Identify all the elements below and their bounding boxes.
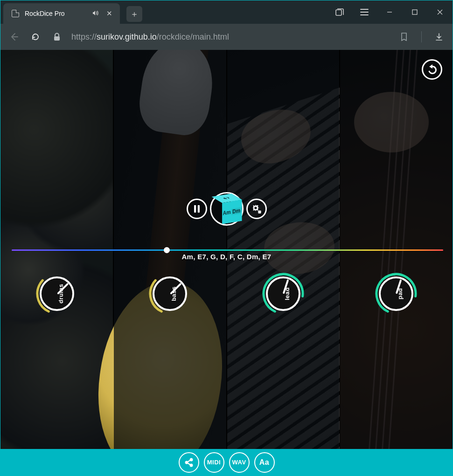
- svg-line-20: [187, 463, 190, 465]
- svg-rect-5: [412, 10, 417, 14]
- collections-icon[interactable]: [327, 0, 352, 24]
- knob-label: drums: [57, 284, 64, 304]
- volume-knob-pad[interactable]: pad: [375, 273, 417, 315]
- url-path: /rockdice/main.html: [157, 32, 229, 41]
- url-text[interactable]: https://surikov.github.io/rockdice/main.…: [71, 32, 390, 42]
- export-wav-button[interactable]: WAV: [229, 452, 250, 473]
- knobs-row: drumsbassleadpad: [0, 273, 453, 315]
- window-close-button[interactable]: [427, 0, 453, 24]
- language-button[interactable]: Aa: [254, 452, 275, 473]
- url-scheme: https://: [71, 32, 97, 41]
- svg-line-19: [187, 460, 190, 462]
- undo-button[interactable]: [422, 59, 442, 80]
- volume-knob-lead[interactable]: lead: [262, 273, 304, 315]
- chord-sequence: Am, E7, G, D, F, C, Dm, E7: [181, 253, 271, 261]
- svg-rect-8: [54, 36, 60, 41]
- separator: [421, 31, 422, 42]
- download-icon[interactable]: [432, 30, 446, 44]
- volume-knob-drums[interactable]: drums: [36, 273, 78, 315]
- export-midi-button[interactable]: MIDI: [204, 452, 224, 473]
- knob-label: pad: [396, 288, 403, 300]
- bookmark-icon[interactable]: [397, 30, 411, 44]
- window-minimize-button[interactable]: [377, 0, 402, 24]
- address-bar: https://surikov.github.io/rockdice/main.…: [0, 24, 453, 50]
- svg-rect-10: [197, 205, 199, 213]
- menu-icon[interactable]: [352, 0, 377, 24]
- svg-rect-9: [194, 205, 195, 213]
- window-titlebar: RockDice Pro ✕ ＋: [0, 0, 453, 24]
- new-tab-button[interactable]: ＋: [126, 6, 142, 22]
- browser-tab[interactable]: RockDice Pro ✕: [3, 3, 120, 24]
- progress-thumb[interactable]: [164, 247, 170, 253]
- pause-button[interactable]: [186, 199, 207, 219]
- footer-toolbar: MIDI WAV Aa: [0, 449, 453, 476]
- volume-knob-bass[interactable]: bass: [149, 273, 191, 315]
- page-content: E7 AmDm Am, E7, G, D, F, C, Dm, E7 drums…: [0, 50, 453, 449]
- tab-close-icon[interactable]: ✕: [105, 9, 114, 18]
- window-maximize-button[interactable]: [402, 0, 427, 24]
- dice-button[interactable]: E7 AmDm: [209, 192, 243, 226]
- dice-icon: E7 AmDm: [216, 197, 236, 221]
- lock-icon[interactable]: [50, 30, 64, 44]
- settings-button[interactable]: [246, 199, 266, 219]
- sound-icon[interactable]: [92, 10, 99, 17]
- url-host: surikov.github.io: [97, 32, 157, 41]
- refresh-button[interactable]: [28, 30, 42, 44]
- knob-label: lead: [283, 287, 290, 300]
- page-icon: [12, 10, 19, 17]
- back-button: [7, 30, 21, 44]
- tab-title: RockDice Pro: [25, 10, 87, 17]
- svg-rect-0: [336, 10, 341, 15]
- knob-label: bass: [170, 286, 177, 301]
- share-button[interactable]: [179, 452, 199, 473]
